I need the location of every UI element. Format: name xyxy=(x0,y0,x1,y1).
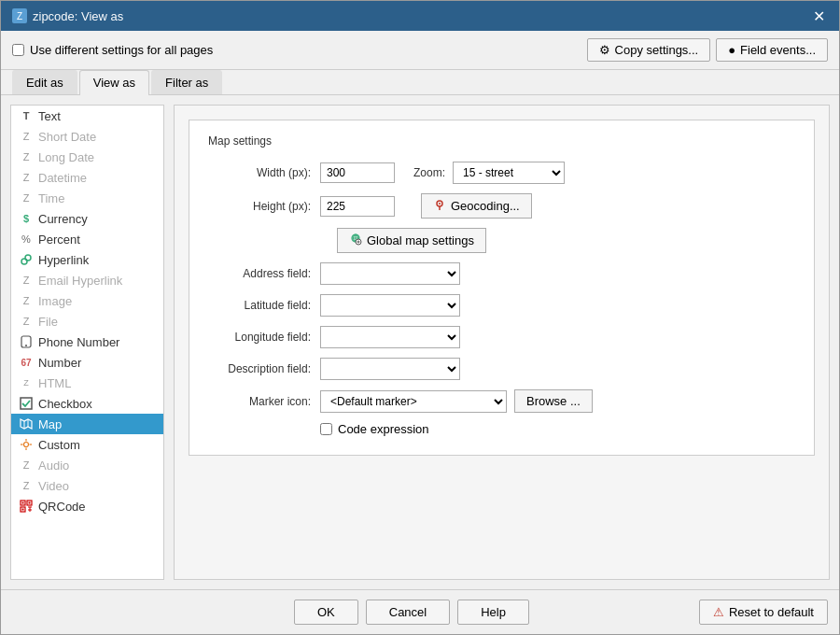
tabs: Edit as View as Filter as xyxy=(1,70,839,95)
code-expression-label: Code expression xyxy=(338,422,429,436)
image-icon: Z xyxy=(19,293,34,308)
titlebar-left: Z zipcode: View as xyxy=(12,8,123,23)
sidebar-item-phone-number[interactable]: Phone Number xyxy=(11,332,163,352)
sidebar-item-email-hyperlink: Z Email Hyperlink xyxy=(11,270,163,290)
email-hyperlink-icon: Z xyxy=(19,273,34,288)
latitude-field-select[interactable] xyxy=(320,294,460,317)
copy-settings-button[interactable]: ⚙ Copy settings... xyxy=(587,38,711,62)
code-expression-row: Code expression xyxy=(320,422,795,436)
reset-button[interactable]: ⚠ Reset to default xyxy=(699,600,828,625)
global-map-row: Global map settings xyxy=(329,228,795,253)
address-field-select[interactable] xyxy=(320,262,460,285)
text-icon: T xyxy=(19,108,34,123)
width-input[interactable] xyxy=(320,162,395,183)
sidebar-item-percent[interactable]: % Percent xyxy=(11,229,163,249)
cancel-button[interactable]: Cancel xyxy=(366,600,450,625)
different-settings-checkbox[interactable] xyxy=(12,44,24,56)
content: T Text Z Short Date Z Long Date Z Dateti… xyxy=(1,95,839,589)
zoom-select[interactable]: 1 - world 5 - continent 10 - city 15 - s… xyxy=(453,162,565,184)
height-geocoding-row: Height (px): Geocoding... xyxy=(208,193,795,219)
longitude-field-row: Longitude field: xyxy=(208,326,795,348)
copy-icon: ⚙ xyxy=(599,43,610,57)
zoom-row: Zoom: 1 - world 5 - continent 10 - city … xyxy=(413,162,565,184)
tab-view-as[interactable]: View as xyxy=(79,70,149,95)
map-icon xyxy=(19,416,34,431)
tab-edit-as[interactable]: Edit as xyxy=(12,70,77,94)
height-label: Height (px): xyxy=(208,200,320,213)
sidebar-item-text[interactable]: T Text xyxy=(11,106,163,126)
svg-rect-18 xyxy=(29,502,31,504)
sidebar-item-qrcode[interactable]: QRCode xyxy=(11,496,163,516)
browse-button[interactable]: Browse ... xyxy=(514,389,593,413)
svg-line-2 xyxy=(26,260,27,261)
toolbar-buttons: ⚙ Copy settings... ● Field events... xyxy=(587,38,828,62)
group-title: Map settings xyxy=(208,134,795,148)
code-expression-checkbox[interactable] xyxy=(320,423,332,435)
time-icon: Z xyxy=(19,190,34,205)
sidebar-item-long-date: Z Long Date xyxy=(11,147,163,167)
longitude-field-select[interactable] xyxy=(320,326,460,348)
svg-rect-5 xyxy=(21,398,32,409)
custom-icon xyxy=(19,437,34,452)
html-icon: Z xyxy=(19,375,34,390)
ok-button[interactable]: OK xyxy=(294,600,358,625)
description-field-label: Description field: xyxy=(208,362,320,375)
reset-icon: ⚠ xyxy=(713,605,724,619)
checkbox-row: Use different settings for all pages xyxy=(12,43,213,57)
main-window: Z zipcode: View as ✕ Use different setti… xyxy=(0,0,840,635)
global-map-button[interactable]: Global map settings xyxy=(337,228,486,253)
address-field-row: Address field: xyxy=(208,262,795,285)
sidebar-item-time: Z Time xyxy=(11,188,163,208)
qrcode-icon xyxy=(19,499,34,514)
field-events-button[interactable]: ● Field events... xyxy=(716,38,828,62)
marker-icon-select[interactable]: <Default marker> xyxy=(320,390,507,413)
file-icon: Z xyxy=(19,314,34,329)
percent-icon: % xyxy=(19,232,34,247)
geocoding-icon xyxy=(433,198,446,214)
toolbar: Use different settings for all pages ⚙ C… xyxy=(1,31,839,70)
close-button[interactable]: ✕ xyxy=(809,7,828,25)
sidebar-item-hyperlink[interactable]: Hyperlink xyxy=(11,249,163,270)
sidebar-item-number[interactable]: 67 Number xyxy=(11,352,163,373)
sidebar-item-video: Z Video xyxy=(11,475,163,496)
window-icon: Z xyxy=(12,8,27,23)
bottom-bar: OK Cancel Help ⚠ Reset to default xyxy=(1,589,839,634)
sidebar-item-map[interactable]: Map xyxy=(11,414,163,434)
sidebar-item-currency[interactable]: $ Currency xyxy=(11,208,163,229)
sidebar-item-file: Z File xyxy=(11,311,163,332)
sidebar-item-image: Z Image xyxy=(11,290,163,311)
global-map-icon xyxy=(349,233,362,248)
address-field-label: Address field: xyxy=(208,267,320,280)
short-date-icon: Z xyxy=(19,129,34,144)
field-events-icon: ● xyxy=(728,43,735,57)
width-zoom-row: Width (px): Zoom: 1 - world 5 - continen… xyxy=(208,162,795,184)
svg-rect-17 xyxy=(22,502,24,504)
long-date-icon: Z xyxy=(19,149,34,164)
help-button[interactable]: Help xyxy=(457,600,529,625)
description-field-select[interactable] xyxy=(320,358,460,380)
currency-icon: $ xyxy=(19,211,34,226)
different-settings-label: Use different settings for all pages xyxy=(30,43,213,57)
sidebar-item-checkbox[interactable]: Checkbox xyxy=(11,393,163,414)
window-title: zipcode: View as xyxy=(33,9,123,23)
bottom-center: OK Cancel Help xyxy=(294,600,529,625)
svg-marker-6 xyxy=(21,419,32,429)
svg-point-25 xyxy=(439,203,441,205)
description-field-row: Description field: xyxy=(208,358,795,380)
sidebar-item-datetime: Z Datetime xyxy=(11,167,163,188)
titlebar: Z zipcode: View as ✕ xyxy=(1,1,839,31)
latitude-field-label: Latitude field: xyxy=(208,299,320,312)
video-icon: Z xyxy=(19,478,34,493)
geocoding-button[interactable]: Geocoding... xyxy=(421,193,532,219)
sidebar-item-html: Z HTML xyxy=(11,373,163,393)
svg-point-9 xyxy=(24,443,29,447)
tab-filter-as[interactable]: Filter as xyxy=(151,70,222,94)
latitude-field-row: Latitude field: xyxy=(208,294,795,317)
width-label: Width (px): xyxy=(208,166,320,179)
sidebar-item-short-date: Z Short Date xyxy=(11,126,163,147)
height-input[interactable] xyxy=(320,196,395,217)
marker-icon-label: Marker icon: xyxy=(208,395,320,408)
sidebar-item-custom[interactable]: Custom xyxy=(11,434,163,455)
phone-icon xyxy=(19,334,34,349)
checkbox-icon xyxy=(19,396,34,411)
